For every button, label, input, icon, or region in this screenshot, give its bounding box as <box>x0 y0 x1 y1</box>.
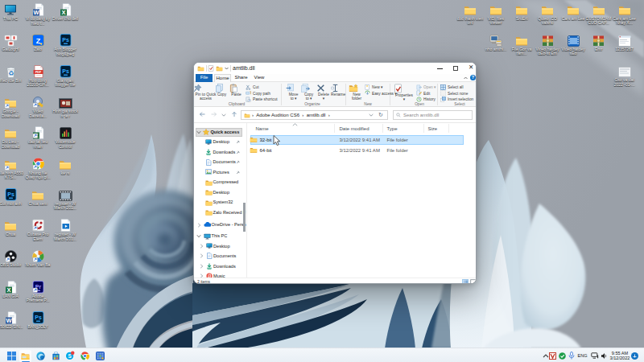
svg-text:♻: ♻ <box>7 70 13 77</box>
svg-text:Ps: Ps <box>7 191 14 196</box>
svg-text:W: W <box>33 9 39 16</box>
svg-text:PDF: PDF <box>35 71 41 74</box>
svg-text:X: X <box>61 9 65 16</box>
svg-text:W: W <box>6 317 12 324</box>
svg-text:X: X <box>6 286 10 294</box>
svg-text:S: S <box>68 353 72 359</box>
svg-text:Ps: Ps <box>35 315 42 320</box>
svg-text:Ps: Ps <box>62 37 69 43</box>
svg-text:Ps: Ps <box>62 68 69 73</box>
svg-text:Z: Z <box>35 37 40 45</box>
